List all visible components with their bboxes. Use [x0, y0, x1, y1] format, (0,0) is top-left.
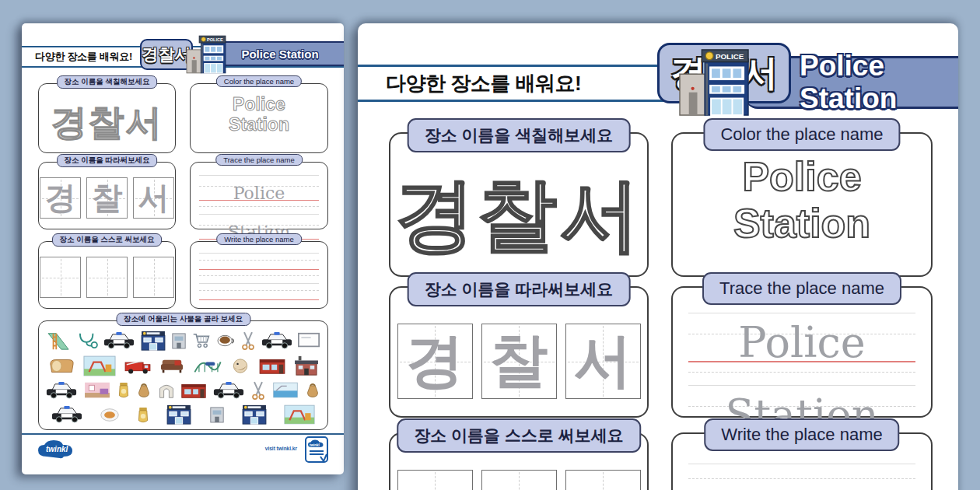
trace-korean-box: 장소 이름을 따라써보세요 경 찰 서 [38, 162, 176, 229]
trace-squares: 경 찰 서 [39, 177, 175, 219]
sticker-jar-icon [137, 406, 149, 424]
sticker-money-bag-icon [136, 382, 152, 398]
footer-divider [22, 433, 344, 435]
sticker-restaurant-icon [258, 357, 286, 375]
write-lines [199, 253, 320, 300]
outline-word-english: Police Station [191, 95, 327, 135]
trace-char: 서 [134, 178, 173, 218]
outline-english-line2: Station [673, 201, 931, 247]
write-korean-label: 장소 이름을 스스로 써보세요 [397, 418, 641, 453]
trace-char: 경 [40, 178, 80, 218]
lesson-title: 다양한 장소를 배워요! [386, 70, 581, 97]
outline-word-korean: 경찰서 [390, 134, 647, 286]
trace-square: 서 [565, 324, 641, 399]
sticker-playground-icon [284, 404, 315, 425]
trace-char: 찰 [482, 324, 556, 398]
sticker-grid [45, 329, 321, 426]
trace-korean-box: 장소 이름을 따라써보세요 경 찰 서 [389, 286, 649, 418]
color-english-label: Color the place name [216, 75, 302, 87]
visit-link-text: visit twinkl.kr [265, 446, 297, 451]
color-english-label: Color the place name [703, 118, 900, 151]
sticker-roller-coaster-icon [193, 356, 222, 375]
sticker-box-label: 장소에 어울리는 사물을 골라 보세요 [116, 313, 250, 326]
trace-word: Police [199, 184, 320, 203]
quality-badge [305, 436, 328, 464]
sticker-arch-icon [158, 382, 175, 399]
place-name-banner: Police Station [216, 41, 344, 66]
trace-square: 경 [397, 324, 473, 399]
color-english-box: Color the place name Police Station [671, 132, 933, 277]
write-english-label: Write the place name [704, 418, 899, 451]
color-korean-label: 장소 이름을 색칠해보세요 [408, 118, 631, 152]
lesson-title: 다양한 장소를 배워요! [35, 50, 132, 64]
trace-square: 경 [40, 177, 81, 219]
write-square [86, 257, 128, 298]
sticker-coffee-cup-icon [215, 333, 236, 348]
police-station-illustration [185, 35, 227, 74]
sticker-scissors-icon [250, 380, 266, 401]
place-name-english-text: Police Station [800, 50, 958, 115]
outline-english-line1: Police [191, 95, 327, 115]
outline-english-line1: Police [673, 154, 931, 201]
color-korean-box: 장소 이름을 색칠해보세요 경찰서 [38, 83, 176, 153]
sticker-choice-box: 장소에 어울리는 사물을 골라 보세요 [38, 320, 328, 430]
color-korean-label: 장소 이름을 색칠해보세요 [57, 75, 158, 89]
write-squares [390, 470, 647, 490]
sticker-police-car-icon [261, 331, 292, 350]
trace-korean-label: 장소 이름을 따라써보세요 [57, 154, 158, 167]
sticker-jar-icon [117, 381, 130, 399]
sticker-fire-station-icon [180, 382, 207, 399]
sticker-food-plate-icon [99, 408, 121, 422]
sticker-whiteboard-icon [297, 332, 320, 348]
trace-lines: Police Station [199, 175, 320, 240]
outline-word-english: Police Station [673, 154, 931, 247]
outline-word-korean: 경찰서 [39, 84, 175, 157]
worksheet-page-thumbnail: 다양한 장소를 배워요! 경찰서 Police Station 장소 이름을 색… [22, 23, 344, 474]
sticker-fire-truck-icon [124, 357, 152, 375]
write-square [397, 470, 473, 490]
sticker-sofa-icon [159, 358, 184, 374]
sticker-police-station-icon [140, 330, 166, 352]
write-english-label: Write the place name [216, 233, 302, 245]
write-square [133, 257, 174, 298]
outline-english-line2: Station [191, 115, 327, 135]
trace-english-label: Trace the place name [215, 154, 303, 166]
sticker-police-car-icon [51, 405, 82, 424]
sticker-police-car-icon [103, 331, 135, 350]
police-station-illustration [678, 48, 750, 117]
trace-square: 찰 [481, 324, 557, 399]
sticker-police-station-icon [241, 404, 268, 425]
write-square [40, 257, 81, 298]
sticker-bedroom-icon [83, 381, 111, 399]
sticker-police-station-icon [166, 404, 192, 425]
write-korean-box: 장소 이름을 스스로 써보세요 [389, 432, 649, 490]
write-korean-box: 장소 이름을 스스로 써보세요 [38, 241, 176, 309]
trace-char: 서 [566, 324, 640, 398]
trace-squares: 경 찰 서 [390, 324, 647, 399]
sticker-police-car-icon [46, 381, 77, 400]
write-square [481, 470, 557, 490]
color-korean-box: 장소 이름을 색칠해보세요 경찰서 [389, 132, 649, 277]
write-squares [39, 257, 175, 298]
sticker-scissors-icon [240, 331, 256, 351]
trace-line-group: Police [688, 313, 915, 362]
place-name-korean-text: 경찰서 [142, 44, 191, 65]
twinkl-logo [36, 438, 84, 460]
sticker-kiosk-icon [171, 331, 187, 350]
sticker-stethoscope-icon [77, 332, 99, 349]
write-english-box: Write the place name [190, 241, 328, 309]
trace-english-box: Trace the place name Police Station [190, 162, 328, 229]
sticker-shopping-cart-icon [192, 331, 211, 349]
worksheet-page-zoomed: 다양한 장소를 배워요! 경찰서 Police Station 장소 이름을 색… [358, 23, 958, 490]
sticker-police-car-icon [213, 381, 244, 400]
color-english-box: Color the place name Police Station [190, 83, 328, 153]
trace-square: 서 [133, 177, 174, 219]
trace-char: 찰 [87, 178, 127, 218]
trace-char: 경 [398, 324, 472, 398]
sticker-bread-icon [47, 357, 75, 375]
sticker-animal-icon [230, 358, 250, 374]
trace-square: 찰 [86, 177, 128, 219]
sticker-playground-icon [83, 355, 116, 376]
sticker-house-icon [294, 355, 319, 376]
write-english-box: Write the place name [671, 432, 933, 490]
